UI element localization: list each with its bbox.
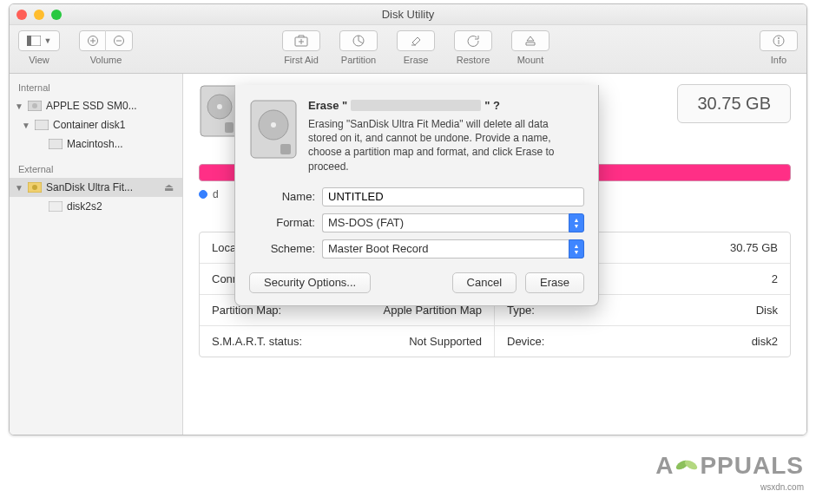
redacted-title (351, 100, 481, 111)
disk-sheet-icon (249, 99, 298, 160)
info-label: Info (771, 55, 786, 65)
select-stepper-icon: ▲▼ (569, 239, 584, 259)
svg-point-7 (778, 37, 780, 39)
close-window-button[interactable] (16, 10, 27, 20)
sidebar-section-external: External (10, 160, 182, 178)
sidebar-item-internal-disk[interactable]: ▼ APPLE SSD SM0... (10, 96, 182, 115)
mount-label: Mount (517, 55, 544, 65)
restore-icon (467, 35, 479, 47)
volume-segmented (79, 30, 133, 51)
volume-remove-button[interactable] (106, 30, 132, 51)
capacity-badge: 30.75 GB (677, 84, 791, 123)
first-aid-label: First Aid (284, 55, 319, 65)
sidebar-item-external-disk[interactable]: ▼ SanDisk Ultra Fit... ⏏ (10, 178, 182, 197)
erase-button[interactable] (397, 30, 435, 51)
sheet-form: Name: Format: MS-DOS (FAT) ▲▼ Scheme: Ma… (249, 187, 584, 259)
sheet-description: Erasing "SanDisk Ultra Fit Media" will d… (308, 117, 569, 173)
view-label: View (29, 55, 49, 65)
leaf-logo-icon (675, 455, 698, 477)
zoom-window-button[interactable] (51, 10, 62, 20)
window-title: Disk Utility (10, 8, 806, 21)
external-disk-icon (27, 181, 43, 193)
restore-button[interactable] (454, 30, 492, 51)
volume-label: Volume (90, 55, 122, 65)
name-label: Name: (249, 190, 322, 203)
erase-confirm-button[interactable]: Erase (525, 272, 584, 293)
sidebar-layout-icon (27, 36, 41, 46)
select-stepper-icon: ▲▼ (569, 213, 584, 232)
watermark: A PPUALS (655, 452, 804, 480)
volume-add-button[interactable] (80, 30, 106, 51)
erase-icon (410, 35, 422, 47)
internal-disk-icon (27, 100, 43, 112)
eject-icon[interactable]: ⏏ (161, 181, 177, 193)
sidebar-item-container[interactable]: ▼ Container disk1 (10, 115, 182, 134)
titlebar: Disk Utility (10, 4, 806, 25)
container-icon (34, 119, 49, 131)
svg-point-9 (32, 103, 37, 108)
partition-label: Partition (341, 55, 376, 65)
disclosure-triangle-icon[interactable]: ▼ (15, 101, 23, 111)
svg-rect-14 (49, 201, 63, 212)
svg-point-17 (217, 104, 222, 109)
legend-label: d (213, 188, 219, 200)
sheet-title: Erase " " ? (308, 99, 569, 112)
scheme-select[interactable]: Master Boot Record ▲▼ (322, 239, 584, 259)
sidebar: Internal ▼ APPLE SSD SM0... ▼ Container … (10, 74, 183, 435)
sidebar-item-label: Macintosh... (67, 138, 177, 150)
disclosure-triangle-icon[interactable]: ▼ (15, 183, 23, 193)
mount-icon (524, 35, 536, 47)
volume-icon (48, 200, 63, 213)
volume-minus-icon (113, 35, 125, 47)
volume-icon (48, 138, 63, 150)
info-button[interactable] (760, 30, 798, 51)
window-controls (16, 10, 62, 20)
cancel-button[interactable]: Cancel (452, 272, 517, 293)
svg-rect-1 (27, 36, 31, 46)
svg-rect-22 (280, 144, 291, 154)
first-aid-icon (294, 35, 308, 47)
chevron-down-icon: ▼ (44, 36, 52, 45)
partition-icon (352, 35, 365, 47)
first-aid-button[interactable] (282, 30, 320, 51)
sidebar-item-label: Container disk1 (53, 119, 177, 131)
info-row: Device:disk2 (495, 326, 790, 357)
erase-sheet: Erase " " ? Erasing "SanDisk Ultra Fit M… (234, 85, 599, 306)
security-options-button[interactable]: Security Options... (249, 272, 371, 293)
svg-rect-10 (35, 120, 49, 130)
sidebar-item-macintosh-hd[interactable]: Macintosh... (10, 134, 182, 154)
toolbar: ▼ View Volume First Aid (10, 25, 806, 74)
erase-label: Erase (404, 55, 429, 65)
view-button[interactable]: ▼ (18, 30, 60, 51)
scheme-label: Scheme: (249, 242, 322, 255)
format-select[interactable]: MS-DOS (FAT) ▲▼ (322, 213, 584, 232)
disclosure-triangle-icon[interactable]: ▼ (22, 121, 30, 130)
svg-point-21 (271, 122, 276, 128)
svg-rect-11 (49, 139, 63, 149)
scheme-value: Master Boot Record (322, 239, 569, 259)
sidebar-section-internal: Internal (10, 79, 182, 96)
sidebar-item-label: disk2s2 (67, 200, 177, 213)
sidebar-item-disk2s2[interactable]: disk2s2 (10, 197, 182, 216)
format-label: Format: (249, 216, 322, 229)
name-field[interactable] (322, 187, 584, 206)
minimize-window-button[interactable] (34, 10, 44, 20)
mount-button[interactable] (511, 30, 549, 51)
svg-point-13 (32, 185, 37, 190)
partition-button[interactable] (339, 30, 378, 51)
sidebar-item-label: APPLE SSD SM0... (46, 100, 177, 112)
info-row: S.M.A.R.T. status:Not Supported (200, 326, 495, 357)
svg-rect-18 (225, 122, 234, 133)
volume-plus-icon (87, 35, 99, 47)
sidebar-item-label: SanDisk Ultra Fit... (46, 181, 161, 193)
restore-label: Restore (457, 55, 490, 65)
format-value: MS-DOS (FAT) (322, 213, 569, 232)
watermark-credit: wsxdn.com (760, 482, 804, 492)
legend-dot-icon (199, 190, 207, 199)
info-icon (773, 35, 785, 47)
